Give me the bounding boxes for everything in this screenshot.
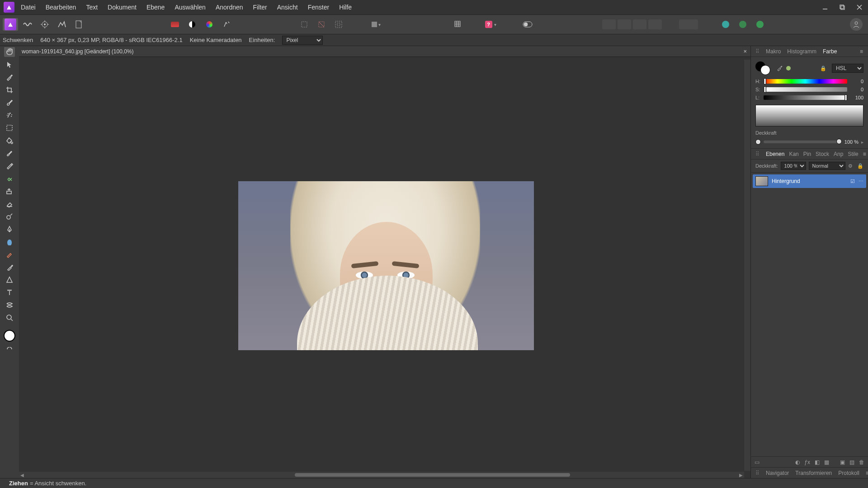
persona-export-button[interactable]	[71, 18, 87, 31]
tab-stock[interactable]: Stock	[816, 151, 829, 157]
lig-slider[interactable]	[764, 95, 847, 100]
menu-bearbeiten[interactable]: Bearbeiten	[46, 4, 76, 11]
autolevels-button[interactable]	[219, 18, 234, 31]
tab-kan[interactable]: Kan	[789, 151, 798, 157]
retouch-tool[interactable]	[4, 249, 15, 259]
horizontal-scrollbar[interactable]: ◀ ▶	[19, 472, 744, 478]
menu-anordnen[interactable]: Anordnen	[216, 4, 243, 11]
livefilter-icon[interactable]: ◧	[815, 459, 820, 465]
eyedropper-icon[interactable]	[776, 65, 783, 72]
marquee-tool[interactable]	[4, 123, 15, 133]
select-all-button[interactable]	[297, 18, 312, 31]
fx-icon[interactable]: ƒx	[804, 459, 810, 465]
heal-tool[interactable]	[4, 174, 15, 183]
pencil-tool[interactable]	[4, 161, 15, 171]
account-button[interactable]	[850, 18, 863, 31]
sat-slider[interactable]	[764, 87, 847, 92]
blend-mode-select[interactable]: Normal	[809, 162, 845, 170]
color-swatches[interactable]	[755, 61, 772, 75]
tab-navigator[interactable]: Navigator	[766, 470, 789, 476]
delete-layer-icon[interactable]: 🗑	[859, 459, 864, 465]
group-layer-icon[interactable]: ▣	[840, 459, 845, 465]
fill-tool[interactable]	[4, 136, 15, 145]
layer-item[interactable]: Hintergrund ☑ ⋯	[753, 174, 866, 188]
resource-button-3[interactable]	[752, 18, 768, 31]
hue-slider[interactable]	[764, 79, 847, 84]
autocolor-button[interactable]	[167, 18, 183, 31]
clone-tool[interactable]	[4, 186, 15, 196]
resource-button-1[interactable]	[718, 18, 733, 31]
color-mode-select[interactable]: HSL	[832, 64, 863, 73]
persona-tone-button[interactable]	[54, 18, 70, 31]
autowb-button[interactable]	[202, 18, 217, 31]
text-tool[interactable]	[4, 287, 15, 297]
canvas-area[interactable]	[19, 57, 749, 478]
vertical-scrollbar[interactable]	[744, 60, 750, 471]
tab-makro[interactable]: Makro	[766, 48, 781, 55]
smudge-tool[interactable]	[4, 237, 15, 247]
tab-stile[interactable]: Stile	[848, 151, 858, 157]
scroll-right-icon[interactable]: ▶	[738, 473, 744, 478]
layer-settings-icon[interactable]: ⚙	[848, 163, 853, 169]
menu-hilfe[interactable]: Hilfe	[339, 4, 352, 11]
crop-tool[interactable]	[4, 85, 15, 95]
tab-pin[interactable]: Pin	[803, 151, 811, 157]
menu-ebene[interactable]: Ebene	[146, 4, 165, 11]
shape-tool[interactable]	[4, 275, 15, 285]
menu-fenster[interactable]: Fenster	[308, 4, 329, 11]
selection-brush-tool[interactable]	[4, 98, 15, 108]
scroll-left-icon[interactable]: ◀	[19, 473, 25, 478]
layer-opacity-select[interactable]: 100 %	[781, 162, 806, 170]
persona-photo-button[interactable]	[3, 18, 18, 31]
persona-liquify-button[interactable]	[20, 18, 35, 31]
color-preview[interactable]	[755, 105, 863, 127]
deselect-button[interactable]	[314, 18, 329, 31]
tab-protokoll[interactable]: Protokoll	[838, 470, 859, 476]
mask-icon[interactable]: ▦	[824, 459, 829, 465]
mesh-tool[interactable]	[4, 300, 15, 310]
opacity-dropdown-icon[interactable]: ▸	[861, 140, 863, 145]
quickmask-button[interactable]: ▾	[368, 18, 383, 31]
panel-handle-icon[interactable]: ⠿	[755, 151, 760, 157]
document-image[interactable]	[238, 181, 534, 350]
tab-histogramm[interactable]: Histogramm	[787, 48, 816, 55]
assistant-button[interactable]: ?▾	[483, 18, 498, 31]
menu-datei[interactable]: Datei	[21, 4, 36, 11]
move-tool[interactable]	[4, 60, 15, 70]
close-button[interactable]	[851, 0, 868, 14]
panel-handle-icon[interactable]: ⠿	[755, 48, 760, 55]
maximize-button[interactable]	[834, 0, 851, 14]
pen-tool[interactable]	[4, 224, 15, 234]
hand-tool[interactable]	[4, 47, 15, 57]
tab-ebenen[interactable]: Ebenen	[766, 151, 784, 157]
color-picker-tool[interactable]	[4, 72, 15, 82]
tab-farbe[interactable]: Farbe	[823, 48, 837, 55]
menu-ansicht[interactable]: Ansicht	[277, 4, 298, 11]
crop-button[interactable]	[450, 18, 466, 31]
minimize-button[interactable]	[816, 0, 834, 14]
tab-transformieren[interactable]: Transformieren	[795, 470, 832, 476]
brush-tool[interactable]	[4, 148, 15, 158]
panel-menu-icon[interactable]: ≡	[866, 470, 868, 476]
autocontrast-button[interactable]	[184, 18, 200, 31]
mask-layer-icon[interactable]: ▭	[755, 459, 760, 465]
resource-button-2[interactable]	[735, 18, 750, 31]
panel-menu-icon[interactable]: ≡	[863, 151, 866, 157]
menu-filter[interactable]: Filter	[253, 4, 267, 11]
invert-select-button[interactable]	[331, 18, 346, 31]
panel-menu-icon[interactable]: ≡	[860, 48, 863, 55]
panel-handle-icon[interactable]: ⠿	[755, 470, 760, 476]
erase-tool[interactable]	[4, 199, 15, 209]
visibility-checkbox-icon[interactable]: ☑	[850, 178, 855, 184]
flood-select-tool[interactable]	[4, 110, 15, 120]
add-layer-icon[interactable]: ▤	[849, 459, 854, 465]
toggle-ui-button[interactable]	[520, 18, 535, 31]
units-select[interactable]: Pixel	[282, 36, 323, 45]
color-swatch-icon[interactable]	[4, 330, 15, 342]
dodge-tool[interactable]	[4, 211, 15, 221]
close-document-icon[interactable]: ×	[743, 48, 747, 55]
swap-colors-icon[interactable]	[4, 344, 15, 354]
tab-anp[interactable]: Anp	[834, 151, 843, 157]
zoom-tool[interactable]	[4, 313, 15, 323]
menu-text[interactable]: Text	[86, 4, 98, 11]
